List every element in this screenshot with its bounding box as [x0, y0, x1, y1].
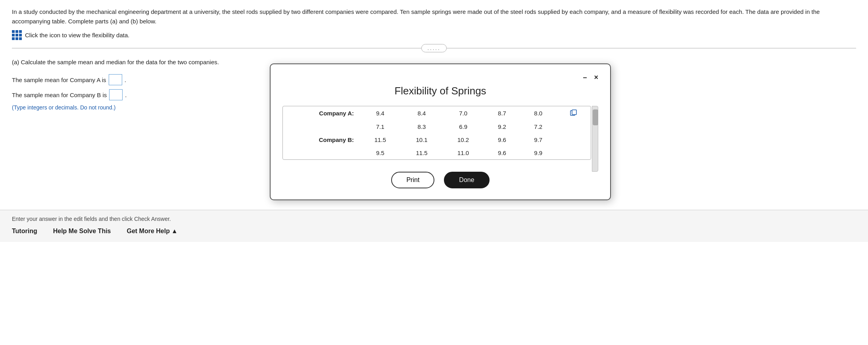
ca-r1-c1: 9.4	[359, 106, 401, 120]
svg-rect-1	[572, 110, 576, 115]
company-b-label: Company B:	[283, 133, 359, 146]
ca-r1-c3: 7.0	[442, 106, 484, 120]
hint-text: (Type integers or decimals. Do not round…	[12, 104, 282, 111]
cb-r1-c5: 9.7	[520, 133, 556, 146]
data-table-container: Company A: 9.4 8.4 7.0 8.7 8.0	[282, 106, 598, 172]
click-icon-row: Click the icon to view the flexibility d…	[12, 30, 856, 40]
mean-b-label: The sample mean for Company B is	[12, 92, 107, 98]
company-b-label-2	[283, 146, 359, 159]
page-wrapper: In a study conducted by the mechanical e…	[0, 0, 868, 345]
action-buttons: Tutoring Help Me Solve This Get More Hel…	[0, 228, 868, 235]
mean-b-row: The sample mean for Company B is .	[12, 89, 282, 100]
ca-r2-c3: 6.9	[442, 120, 484, 133]
done-button[interactable]: Done	[444, 172, 489, 188]
cb-r2-c2: 11.5	[401, 146, 443, 159]
table-row: Company A: 9.4 8.4 7.0 8.7 8.0	[283, 106, 591, 120]
cb-r1-c4: 9.6	[484, 133, 520, 146]
company-a-label-2	[283, 120, 359, 133]
modal-title: Flexibility of Springs	[282, 85, 598, 97]
main-container: In a study conducted by the mechanical e…	[0, 0, 868, 242]
get-more-help-label: Get More Help	[127, 228, 170, 235]
cb-r2-c4: 9.6	[484, 146, 520, 159]
cb-r2-c3: 11.0	[442, 146, 484, 159]
print-button[interactable]: Print	[391, 172, 434, 188]
modal-top-bar: – ×	[282, 74, 598, 81]
ca-r1-c4: 8.7	[484, 106, 520, 120]
divider-line-left	[12, 48, 421, 48]
data-table: Company A: 9.4 8.4 7.0 8.7 8.0	[283, 106, 591, 159]
mean-b-input[interactable]	[109, 89, 123, 100]
company-a-label: Company A:	[283, 106, 359, 120]
ca-r2-c2: 8.3	[401, 120, 443, 133]
mean-a-label: The sample mean for Company A is	[12, 77, 106, 83]
mean-a-input[interactable]	[109, 74, 122, 85]
table-row: 9.5 11.5 11.0 9.6 9.9	[283, 146, 591, 159]
cb-r2-c1: 9.5	[359, 146, 401, 159]
part-a-question: (a) Calculate the sample mean and median…	[12, 59, 282, 65]
arrow-icon: ▲	[171, 228, 178, 235]
empty-cell-3	[556, 146, 591, 159]
ca-r2-c4: 9.2	[484, 120, 520, 133]
left-panel: (a) Calculate the sample mean and median…	[12, 59, 290, 123]
help-me-solve-button[interactable]: Help Me Solve This	[53, 228, 111, 235]
ca-r2-c1: 7.1	[359, 120, 401, 133]
cb-r1-c1: 11.5	[359, 133, 401, 146]
ca-r1-c2: 8.4	[401, 106, 443, 120]
modal-overlay: – × Flexibility of Springs Company A: 9.…	[270, 63, 611, 200]
intro-text: In a study conducted by the mechanical e…	[12, 7, 845, 26]
content-area: (a) Calculate the sample mean and median…	[12, 59, 856, 123]
ca-r2-c5: 7.2	[520, 120, 556, 133]
modal-close-button[interactable]: ×	[594, 74, 598, 81]
mean-a-period: .	[125, 77, 126, 83]
tutoring-button[interactable]: Tutoring	[12, 228, 37, 235]
empty-cell-2	[556, 133, 591, 146]
ca-r1-c5: 8.0	[520, 106, 556, 120]
copy-icon[interactable]	[556, 106, 591, 120]
table-row: Company B: 11.5 10.1 10.2 9.6 9.7	[283, 133, 591, 146]
divider-row: .....	[12, 44, 856, 52]
scrollbar[interactable]	[592, 106, 598, 172]
grid-icon[interactable]	[12, 30, 22, 40]
modal-minimize-button[interactable]: –	[583, 74, 587, 81]
mean-a-row: The sample mean for Company A is .	[12, 74, 282, 85]
divider-line-right	[447, 48, 856, 48]
table-row: 7.1 8.3 6.9 9.2 7.2	[283, 120, 591, 133]
mean-b-period: .	[125, 92, 127, 98]
get-more-help-button[interactable]: Get More Help ▲	[127, 228, 178, 235]
instruction-text: Enter your answer in the edit fields and…	[0, 216, 868, 222]
modal-footer: Print Done	[282, 172, 598, 188]
cb-r1-c2: 10.1	[401, 133, 443, 146]
cb-r1-c3: 10.2	[442, 133, 484, 146]
click-instruction: Click the icon to view the flexibility d…	[25, 32, 129, 38]
cb-r2-c5: 9.9	[520, 146, 556, 159]
divider-dots: .....	[421, 44, 446, 52]
empty-cell	[556, 120, 591, 133]
data-table-wrapper: Company A: 9.4 8.4 7.0 8.7 8.0	[282, 106, 591, 160]
